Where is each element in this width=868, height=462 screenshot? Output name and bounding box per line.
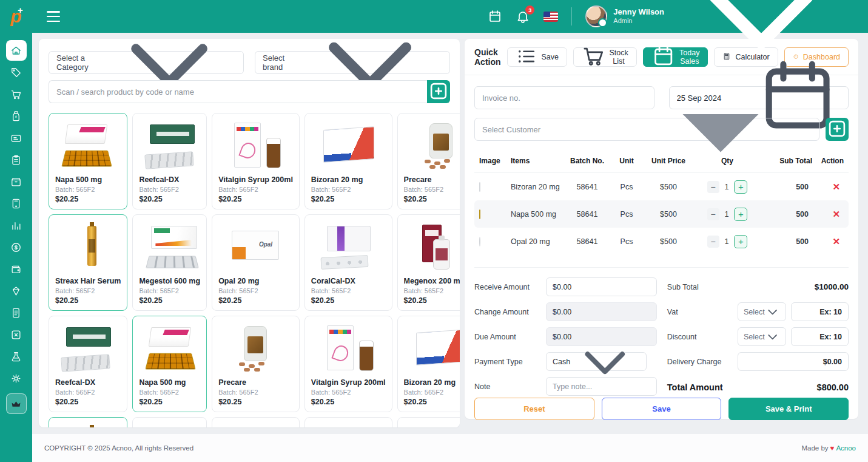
product-name: Napa 500 mg [139,378,200,387]
language-flag-icon[interactable] [543,9,558,24]
cart-row: Napa 500 mg58641Pcs$500−1+500✕ [474,200,849,228]
sidebar-item-close-box[interactable] [6,324,27,345]
product-card[interactable]: Megestol 600 mgBatch: 565F2$20.25 [132,417,207,427]
brand-select[interactable]: Select brand [255,51,450,74]
cart-icon [10,89,22,100]
payment-type-select[interactable]: Cash [546,352,647,371]
product-name: Precare [404,175,460,184]
sidebar-item-gear[interactable] [6,368,27,389]
remove-item-button[interactable]: ✕ [829,235,844,248]
sidebar-item-coin[interactable] [6,237,27,257]
sidebar-item-wallet[interactable] [6,259,27,279]
customer-select-value: Select Customer [482,125,540,134]
app-logo[interactable]: p + [0,0,32,33]
notifications-bell-icon[interactable]: 3 [516,9,530,24]
product-card[interactable]: Opal 20 mgBatch: 565F2$20.25 [212,214,300,311]
sidebar-item-tablet[interactable] [6,193,27,214]
sidebar-item-card[interactable] [6,127,27,148]
sidebar-item-cart[interactable] [6,84,27,104]
user-name: Jenny Wilson [613,7,664,17]
add-customer-button[interactable] [826,118,849,141]
user-menu[interactable]: Jenny Wilson Admin [585,0,852,109]
product-card[interactable]: Napa 500 mgBatch: 565F2$20.25 [49,113,127,209]
qty-increase-button[interactable]: + [734,235,747,248]
save-invoice-button[interactable]: Save [602,398,722,420]
subtotal-label: Sub Total [667,283,699,291]
product-card[interactable]: Bizoran 20 mgBatch: 565F2$20.25 [397,316,460,412]
menu-toggle-icon[interactable] [47,11,62,22]
category-select[interactable]: Select a Category [49,51,244,74]
product-price: $20.25 [404,195,460,203]
product-batch: Batch: 565F2 [218,287,293,294]
cart-table-body: Bizoran 20 mg58641Pcs$500−1+500✕Napa 500… [474,173,849,255]
product-card[interactable]: Bizoran 20 mgBatch: 565F2$20.25 [304,113,392,209]
product-card[interactable]: Reefcal-DXBatch: 565F2$20.25 [49,316,127,412]
item-name: Bizoran 20 mg [511,183,564,191]
product-batch: Batch: 565F2 [139,389,200,396]
gear-icon [10,373,22,384]
qty-increase-button[interactable]: + [734,180,747,194]
product-card[interactable]: Opal 20 mgBatch: 565F2$20.25 [212,417,300,427]
product-card[interactable]: Vitalgin Syrup 200mlBatch: 565F2$20.25 [212,113,300,209]
product-image [404,221,460,273]
product-search-input[interactable] [49,80,427,103]
qty-decrease-button[interactable]: − [707,236,719,248]
remove-item-button[interactable]: ✕ [829,208,844,221]
product-price: $20.25 [311,398,386,406]
vat-amount-input[interactable] [791,302,849,321]
item-subtotal: 500 [760,237,812,246]
discount-amount-input[interactable] [791,327,849,346]
product-card[interactable]: Megenox 200 mgBatch: 565F2$20.25 [397,214,460,311]
product-card[interactable]: Reefcal-DXBatch: 565F2$20.25 [132,113,207,209]
receive-amount-input[interactable] [546,277,657,296]
sidebar-item-tag[interactable] [6,62,27,83]
product-card[interactable]: PrecareBatch: 565F2$20.25 [397,113,460,209]
discount-select[interactable]: Select [738,327,786,346]
customer-select[interactable]: Select Customer [474,118,819,141]
product-card[interactable]: Vitalgin Syrup 200mlBatch: 565F2$20.25 [304,316,392,412]
product-card[interactable]: CoralCal-DXBatch: 565F2$20.25 [304,214,392,311]
product-card[interactable]: Megestol 600 mgBatch: 565F2$20.25 [132,214,207,311]
product-image [218,424,293,427]
product-image [404,424,460,427]
sidebar-item-home[interactable] [6,40,27,61]
sidebar-item-box[interactable] [6,171,27,192]
sidebar-item-crown[interactable] [6,393,27,414]
cart-table: ImageItemsBatch No.UnitUnit PriceQtySub … [474,153,849,255]
reset-button[interactable]: Reset [474,398,594,420]
sidebar-item-clipboard[interactable] [6,149,27,170]
add-product-button[interactable] [427,80,450,103]
product-price: $20.25 [55,296,121,305]
product-batch: Batch: 565F2 [404,287,460,294]
product-card[interactable]: Megenox 200 mgBatch: 565F2$20.25 [397,417,460,427]
product-card[interactable]: Napa 500 mgBatch: 565F2$20.25 [132,316,207,412]
heart-icon: ♥ [830,444,835,452]
brand-link[interactable]: Acnoo [836,444,856,452]
product-price: $20.25 [311,296,386,305]
product-card[interactable]: Streax Hair SerumBatch: 565F2$20.25 [49,417,127,427]
item-batch: 58641 [564,183,611,191]
sidebar-item-bottle[interactable] [6,106,27,126]
qty-decrease-button[interactable]: − [707,181,719,193]
product-name: Bizoran 20 mg [404,378,460,387]
note-input[interactable] [546,377,657,396]
qty-increase-button[interactable]: + [734,208,747,221]
item-thumbnail [479,209,480,219]
change-amount-input [546,302,657,321]
product-card[interactable]: CoralCal-DXBatch: 565F2$20.25 [304,417,392,427]
qty-decrease-button[interactable]: − [707,208,719,220]
product-price: $20.25 [404,296,460,305]
vat-select[interactable]: Select [738,302,786,321]
calendar-icon[interactable] [488,9,502,24]
product-card[interactable]: Streax Hair SerumBatch: 565F2$20.25 [49,214,127,311]
sidebar-item-gem[interactable] [6,280,27,301]
product-name: Streax Hair Serum [55,277,121,285]
remove-item-button[interactable]: ✕ [829,180,844,194]
save-and-print-button[interactable]: Save & Print [728,398,849,420]
box-icon [10,176,22,188]
sidebar-item-flask[interactable] [6,346,27,367]
sidebar-item-notes[interactable] [6,302,27,323]
sidebar-item-chart[interactable] [6,215,27,236]
product-card[interactable]: PrecareBatch: 565F2$20.25 [212,316,300,412]
delivery-charge-input[interactable] [738,352,849,371]
